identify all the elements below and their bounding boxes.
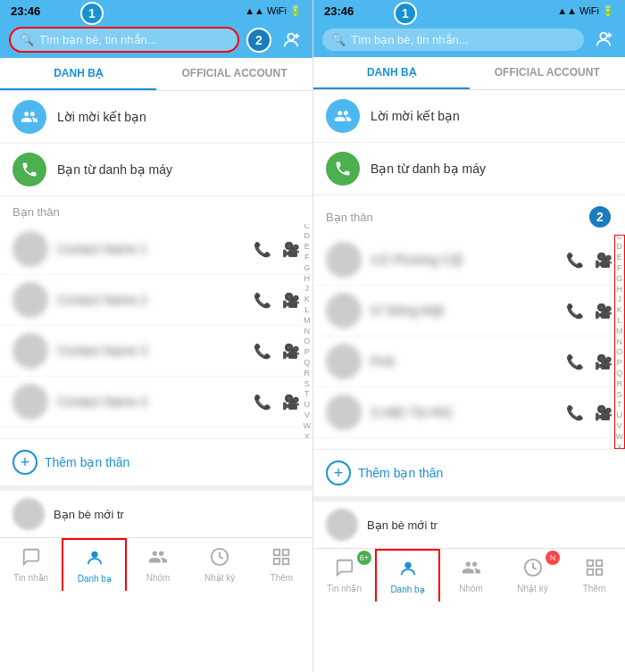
video-icon-4-right[interactable]: 🎥 bbox=[595, 404, 612, 421]
status-bar-left: 23:46 ▲▲ WiFi 🔋 bbox=[0, 0, 312, 21]
contacts-icon-right bbox=[398, 559, 418, 583]
video-icon-1-left[interactable]: 🎥 bbox=[282, 241, 300, 258]
new-friends-right: Bạn bè mới tr 1 bbox=[313, 496, 625, 548]
tabs-left: DANH BẠ OFFICIAL ACCOUNT bbox=[0, 58, 312, 91]
messages-icon-left bbox=[21, 547, 41, 571]
contact-item-4-left[interactable]: Contact Name 4 📞 🎥 bbox=[0, 377, 312, 427]
contacts-icon-left bbox=[85, 548, 104, 572]
search-wrapper-right[interactable]: 🔍 Tìm bạn bè, tin nhắn... bbox=[322, 29, 584, 51]
quick-actions-left: Lời mời kết bạn Bạn từ danh bạ máy bbox=[0, 91, 312, 196]
nav-contacts-right[interactable]: Danh bạ bbox=[375, 549, 440, 601]
contact-name-3-left: Contact Name 3 bbox=[57, 344, 245, 358]
status-time-left: 23:46 bbox=[11, 4, 40, 18]
contact-actions-4-right: 📞 🎥 bbox=[566, 404, 612, 421]
contact-item-3-right[interactable]: Pink 📞 🎥 bbox=[313, 336, 625, 387]
contact-item-2-right[interactable]: 07 Đông M@ 📞 🎥 bbox=[313, 286, 625, 336]
new-friend-avatar-right bbox=[326, 509, 358, 541]
nav-groups-left[interactable]: Nhóm bbox=[127, 538, 188, 591]
svg-rect-6 bbox=[283, 549, 288, 554]
search-wrapper-left[interactable]: 🔍 Tìm bạn bè, tin nhắn... bbox=[9, 27, 239, 53]
add-friend-btn-right[interactable]: + Thêm bạn thân bbox=[313, 449, 625, 496]
nav-messages-right[interactable]: Tin nhắn 6+ bbox=[313, 549, 375, 601]
groups-icon-right bbox=[462, 558, 481, 582]
invite-label-right: Lời mời kết bạn bbox=[371, 109, 460, 123]
status-time-right: 23:46 bbox=[324, 4, 354, 18]
svg-point-12 bbox=[404, 561, 411, 568]
alpha-index-left: Q A B C D E F G H J K L M N O P Q R S T … bbox=[304, 224, 312, 438]
call-icon-3-right[interactable]: 📞 bbox=[566, 353, 584, 370]
bottom-nav-left: Tin nhắn Danh bạ Nhóm bbox=[0, 537, 312, 591]
groups-icon-left bbox=[148, 547, 168, 571]
contact-name-2-right: 07 Đông M@ bbox=[371, 303, 557, 318]
nav-groups-right[interactable]: Nhóm bbox=[440, 549, 502, 601]
add-friend-btn-left[interactable]: + Thêm bạn thân bbox=[0, 438, 312, 485]
svg-rect-8 bbox=[283, 558, 288, 563]
contact-name-1-right: 4.E Phương C@ bbox=[371, 253, 557, 267]
add-friend-icon-right[interactable] bbox=[591, 27, 616, 52]
new-friends-left: Bạn bè mới tr 1 bbox=[0, 485, 312, 537]
alpha-index-right[interactable]: Q A B C D E F G H J K L M N O P Q R S T … bbox=[614, 235, 626, 449]
tab-danhba-right[interactable]: DANH BẠ bbox=[313, 57, 470, 89]
contact-actions-1-left: 📞 🎥 bbox=[254, 241, 300, 258]
contact-actions-2-right: 📞 🎥 bbox=[566, 303, 612, 319]
invite-icon-right bbox=[326, 99, 360, 133]
invite-friends-right[interactable]: Lời mời kết bạn bbox=[313, 90, 625, 143]
nav-more-left[interactable]: Thêm bbox=[251, 538, 312, 591]
phonebook-friends-right[interactable]: Bạn từ danh bạ máy bbox=[313, 143, 625, 195]
avatar-4-left bbox=[12, 384, 48, 419]
contact-item-1-left[interactable]: Contact Name 1 📞 🎥 bbox=[0, 224, 312, 275]
video-icon-3-left[interactable]: 🎥 bbox=[282, 343, 300, 360]
more-icon-left bbox=[271, 547, 291, 571]
contact-item-3-left[interactable]: Contact Name 3 📞 🎥 bbox=[0, 326, 312, 377]
svg-rect-14 bbox=[587, 560, 592, 565]
nav-more-right[interactable]: Thêm bbox=[563, 549, 625, 601]
phonebook-friends-left[interactable]: Bạn từ danh bạ máy bbox=[0, 144, 312, 196]
new-friend-avatar-left bbox=[12, 498, 45, 530]
add-friend-icon-left[interactable] bbox=[279, 28, 304, 53]
section-header-left: Bạn thân bbox=[0, 196, 312, 224]
phonebook-icon-left bbox=[12, 153, 46, 187]
call-icon-1-right[interactable]: 📞 bbox=[566, 252, 584, 269]
nav-groups-label-right: Nhóm bbox=[459, 584, 483, 593]
contact-name-3-right: Pink bbox=[371, 354, 557, 369]
tab-official-right[interactable]: OFFICIAL ACCOUNT bbox=[470, 57, 626, 89]
diary-badge-right: N bbox=[546, 551, 560, 565]
quick-actions-right: Lời mời kết bạn Bạn từ danh bạ máy bbox=[313, 90, 625, 195]
add-label-right: Thêm bạn thân bbox=[358, 466, 443, 480]
invite-friends-left[interactable]: Lời mời kết bạn bbox=[0, 91, 312, 144]
nav-diary-right[interactable]: Nhật ký N bbox=[502, 549, 563, 601]
nav-messages-left[interactable]: Tin nhắn bbox=[0, 538, 62, 591]
search-bar-right: 🔍 Tìm bạn bè, tin nhắn... bbox=[313, 21, 625, 57]
svg-rect-16 bbox=[587, 568, 592, 574]
avatar-2-right bbox=[326, 293, 362, 328]
call-icon-2-right[interactable]: 📞 bbox=[566, 303, 584, 319]
search-icon-right: 🔍 bbox=[331, 33, 346, 46]
tab-danhba-left[interactable]: DANH BẠ bbox=[0, 58, 156, 90]
avatar-2-left bbox=[12, 282, 48, 318]
nav-contacts-left[interactable]: Danh bạ bbox=[62, 538, 127, 591]
call-icon-1-left[interactable]: 📞 bbox=[254, 241, 271, 258]
video-icon-2-right[interactable]: 🎥 bbox=[595, 303, 612, 319]
video-icon-4-left[interactable]: 🎥 bbox=[282, 394, 300, 411]
nav-contacts-label-left: Danh bạ bbox=[78, 574, 112, 584]
call-icon-4-left[interactable]: 📞 bbox=[254, 394, 271, 411]
contact-item-2-left[interactable]: Contact Name 2 📞 🎥 bbox=[0, 275, 312, 326]
call-icon-4-right[interactable]: 📞 bbox=[566, 404, 584, 421]
contact-item-4-right[interactable]: S.Hiệt Tài #N2 📞 🎥 bbox=[313, 387, 625, 438]
nav-diary-left[interactable]: Nhật ký bbox=[189, 538, 251, 591]
video-icon-3-right[interactable]: 🎥 bbox=[595, 353, 612, 370]
video-icon-1-right[interactable]: 🎥 bbox=[595, 252, 612, 269]
avatar-4-right bbox=[326, 394, 362, 430]
phonebook-label-left: Bạn từ danh bạ máy bbox=[57, 162, 172, 177]
contact-item-1-right[interactable]: 4.E Phương C@ 📞 🎥 bbox=[313, 235, 625, 286]
contact-name-4-left: Contact Name 4 bbox=[57, 394, 245, 409]
section-header-right: Bạn thân bbox=[326, 211, 588, 224]
call-icon-2-left[interactable]: 📞 bbox=[254, 292, 271, 309]
contact-actions-3-left: 📞 🎥 bbox=[254, 343, 300, 360]
step2-badge-left: 2 bbox=[246, 28, 271, 53]
call-icon-3-left[interactable]: 📞 bbox=[254, 343, 271, 360]
video-icon-2-left[interactable]: 🎥 bbox=[282, 292, 300, 309]
tab-official-left[interactable]: OFFICIAL ACCOUNT bbox=[156, 58, 312, 90]
contact-name-4-right: S.Hiệt Tài #N2 bbox=[371, 405, 557, 419]
contact-name-1-left: Contact Name 1 bbox=[57, 242, 245, 256]
